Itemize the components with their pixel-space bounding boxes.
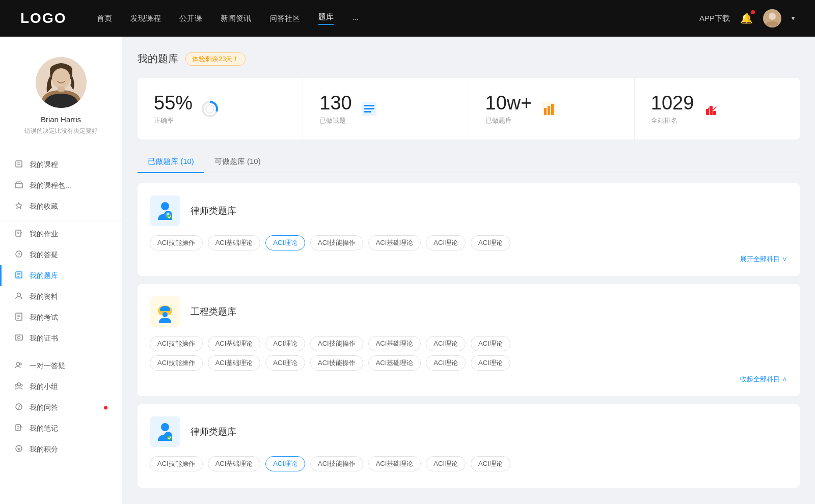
user-menu-chevron[interactable]: ▾ (792, 15, 795, 22)
notification-bell[interactable]: 🔔 (740, 12, 753, 24)
tag-3-0[interactable]: ACI技能操作 (150, 456, 203, 471)
svg-point-29 (18, 337, 20, 339)
page-title: 我的题库 (138, 52, 178, 66)
sidebar-item-certificate[interactable]: 我的证书 (0, 328, 122, 349)
nav-more[interactable]: ··· (352, 14, 359, 23)
tag-3-1[interactable]: ACI基础理论 (208, 456, 261, 471)
svg-rect-14 (16, 230, 21, 236)
group-icon (14, 382, 23, 391)
svg-rect-55 (713, 111, 716, 115)
svg-text:?: ? (17, 252, 20, 257)
svg-point-67 (167, 436, 171, 440)
tag-3-3[interactable]: ACI技能操作 (310, 456, 363, 471)
nav-news[interactable]: 新闻资讯 (221, 14, 251, 23)
subject-title-3: 律师类题库 (191, 426, 236, 438)
profile-avatar-image (36, 57, 87, 108)
sidebar-item-course-packages[interactable]: 我的课程包... (0, 175, 122, 196)
tags-row-lawyer-3: ACI技能操作 ACI基础理论 ACI理论 ACI技能操作 ACI基础理论 AC… (150, 456, 787, 471)
sidebar-favorites-label: 我的收藏 (30, 202, 58, 211)
tag-1-4[interactable]: ACI基础理论 (368, 235, 421, 250)
ranking-icon (702, 100, 720, 118)
tag-3-5[interactable]: ACI理论 (426, 456, 466, 471)
tag-2-5[interactable]: ACI理论 (426, 336, 466, 351)
sidebar-item-exam[interactable]: 我的考试 (0, 307, 122, 328)
questions-icon (360, 100, 378, 118)
tag-1-0[interactable]: ACI技能操作 (150, 235, 203, 250)
subject-header-1: 律师类题库 (150, 195, 787, 226)
engineer-icon (150, 296, 180, 327)
notification-badge (751, 10, 755, 14)
subject-title-1: 律师类题库 (191, 205, 236, 217)
nav-quiz[interactable]: 题库 (318, 12, 334, 25)
nav-discover[interactable]: 发现课程 (130, 14, 161, 23)
stat-ranking-value: 1029 (651, 92, 694, 114)
favorites-icon (14, 202, 23, 211)
banks-icon (540, 100, 558, 118)
sidebar-my-qa-label: 我的问答 (30, 403, 58, 412)
tag-2-0[interactable]: ACI技能操作 (150, 336, 203, 351)
sidebar-item-homework[interactable]: 我的作业 (0, 223, 122, 244)
sidebar-item-questions[interactable]: ? 我的答疑 (0, 244, 122, 265)
main-layout: Brian Harris 错误的决定比没有决定要好 我的课程 我的课程包... (0, 37, 815, 504)
tag-1-3[interactable]: ACI技能操作 (310, 235, 363, 250)
svg-point-64 (162, 312, 168, 317)
sidebar-item-profile[interactable]: 我的资料 (0, 286, 122, 307)
sidebar-item-quiz-bank[interactable]: 我的题库 (0, 265, 122, 286)
tab-done[interactable]: 已做题库 (10) (138, 152, 204, 173)
app-download-link[interactable]: APP下载 (699, 14, 730, 23)
tag-3-2[interactable]: ACI理论 (265, 456, 305, 471)
tag-2-10[interactable]: ACI技能操作 (310, 355, 363, 371)
sidebar-profile: Brian Harris 错误的决定比没有决定要好 (0, 47, 122, 148)
stat-questions-label: 已做试题 (319, 116, 351, 125)
tag-1-2[interactable]: ACI理论 (265, 235, 305, 250)
tag-2-9[interactable]: ACI理论 (265, 355, 305, 371)
subject-card-lawyer-1: 律师类题库 ACI技能操作 ACI基础理论 ACI理论 ACI技能操作 ACI基… (138, 183, 800, 276)
tag-2-12[interactable]: ACI理论 (426, 355, 466, 371)
my-qa-icon: ? (14, 403, 23, 412)
nav-open-course[interactable]: 公开课 (179, 14, 202, 23)
tag-1-5[interactable]: ACI理论 (426, 235, 466, 250)
sidebar-quiz-bank-label: 我的题库 (30, 271, 58, 281)
collapse-link-2[interactable]: 收起全部科目 ∧ (150, 375, 787, 384)
nav-qa[interactable]: 问答社区 (269, 14, 300, 23)
tag-3-4[interactable]: ACI基础理论 (368, 456, 421, 471)
tab-available[interactable]: 可做题库 (10) (204, 152, 271, 173)
nav-home[interactable]: 首页 (97, 14, 112, 23)
tag-2-6[interactable]: ACI理论 (471, 336, 510, 351)
sidebar-item-points[interactable]: ★ 我的积分 (0, 439, 122, 460)
sidebar-user-name: Brian Harris (41, 115, 81, 124)
tag-2-7[interactable]: ACI技能操作 (150, 355, 203, 371)
stat-accuracy-value: 55% (154, 92, 193, 114)
tag-3-6[interactable]: ACI理论 (471, 456, 510, 471)
tag-1-6[interactable]: ACI理论 (471, 235, 510, 250)
svg-rect-28 (15, 335, 22, 340)
stat-accuracy-label: 正确率 (154, 116, 193, 125)
stat-ranking-label: 全站排名 (651, 116, 694, 125)
svg-point-23 (17, 293, 21, 297)
stat-banks-done: 10w+ 已做题库 (469, 78, 635, 139)
tag-2-13[interactable]: ACI理论 (471, 355, 510, 371)
sidebar-item-tutoring[interactable]: 一对一答疑 (0, 355, 122, 376)
tag-2-2[interactable]: ACI理论 (265, 336, 305, 351)
sidebar-item-courses[interactable]: 我的课程 (0, 154, 122, 175)
sidebar-points-label: 我的积分 (30, 445, 58, 454)
tag-2-1[interactable]: ACI基础理论 (208, 336, 261, 351)
header-right: APP下载 🔔 ▾ (699, 9, 795, 27)
sidebar-item-notes[interactable]: 我的笔记 (0, 418, 122, 439)
subject-header-2: 工程类题库 (150, 296, 787, 327)
expand-link-1[interactable]: 展开全部科目 ∨ (150, 255, 787, 264)
tag-1-1[interactable]: ACI基础理论 (208, 235, 261, 250)
tag-2-11[interactable]: ACI基础理论 (368, 355, 421, 371)
svg-rect-8 (16, 161, 22, 167)
user-avatar[interactable] (763, 9, 781, 27)
sidebar-item-favorites[interactable]: 我的收藏 (0, 196, 122, 217)
sidebar-item-group[interactable]: 我的小组 (0, 376, 122, 397)
sidebar-certificate-label: 我的证书 (30, 334, 58, 343)
tag-2-4[interactable]: ACI基础理论 (368, 336, 421, 351)
sidebar-item-my-qa[interactable]: ? 我的问答 (0, 397, 122, 418)
tag-2-8[interactable]: ACI基础理论 (208, 355, 261, 371)
svg-point-33 (15, 384, 17, 386)
tag-2-3[interactable]: ACI技能操作 (310, 336, 363, 351)
sidebar-divider-1 (0, 220, 122, 220)
stat-accuracy: 55% 正确率 (138, 78, 303, 139)
